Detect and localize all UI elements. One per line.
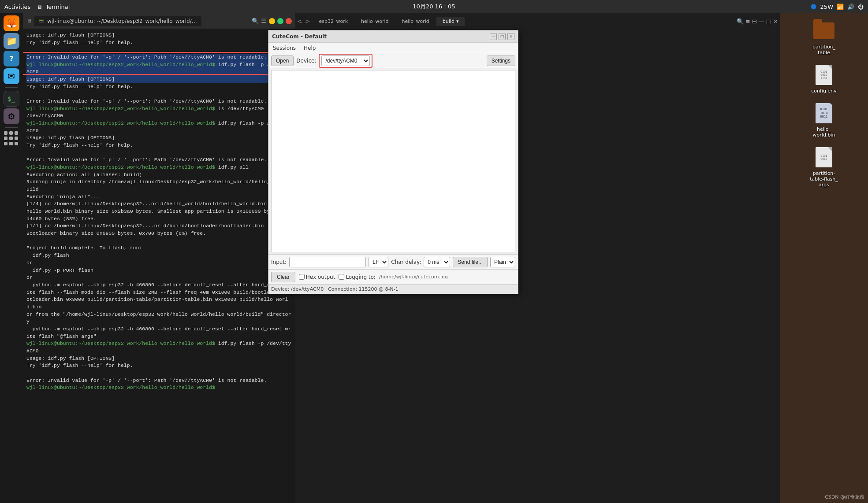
terminal-titlebar: 🖥 📟 wjl-linux@ubuntu: ~/Desktop/esp32_wo…: [23, 13, 295, 29]
tab-hello-world-2[interactable]: hello_world: [395, 17, 435, 26]
plain-select[interactable]: Plain: [490, 257, 515, 267]
cutecom-statusbar: Device: /dev/ttyACM0 Connection: 115200 …: [268, 284, 518, 294]
device-box: /dev/ttyACM0: [319, 54, 373, 68]
open-btn[interactable]: Open: [271, 55, 294, 66]
file-config-icon: 010100101101: [812, 63, 835, 86]
cutecom-menubar: Sessions Help: [268, 43, 518, 53]
hex-output-checkbox[interactable]: [299, 274, 305, 280]
dock-files[interactable]: 📁: [4, 33, 19, 49]
status-connection: Connection: 115200 @ 8-N-1: [328, 286, 399, 292]
terminal-line: Error: Invalid value for '-p' / '--port'…: [26, 54, 292, 61]
cutecom-titlebar: CuteCom - Default — □ ✕: [268, 30, 518, 43]
logging-text: Logging to:: [346, 274, 376, 280]
terminal-line: Usage: idf.py flash [OPTIONS]: [26, 32, 292, 39]
desktop: 🦊 📁 ? ✉ $_ ⚙ 🖥 📟 wjl-linux@ubuntu: ~/Des…: [0, 13, 868, 503]
tabs-nav-left[interactable]: <: [297, 18, 302, 25]
power-icon: ⏻: [858, 4, 864, 10]
tabs-layout-icon[interactable]: ⊟: [752, 18, 757, 25]
menu-sessions[interactable]: Sessions: [271, 44, 298, 52]
volume-icon: 🔊: [847, 4, 854, 10]
terminal-line: Executing action: all (aliases: build): [26, 171, 292, 179]
tabs-search-icon[interactable]: 🔍: [737, 18, 744, 25]
hex-output-label[interactable]: Hex output: [299, 274, 335, 280]
lf-select[interactable]: LF: [369, 257, 388, 267]
cutecom-min-btn[interactable]: —: [490, 33, 497, 40]
battery-label: 25W: [820, 4, 833, 10]
tabs-min-icon[interactable]: —: [759, 18, 764, 25]
wifi-icon: 📶: [837, 4, 844, 10]
hex-output-text: Hex output: [306, 274, 335, 280]
tabs-list-icon[interactable]: ≡: [745, 18, 750, 25]
tab-build-label: build: [443, 18, 454, 24]
logging-label[interactable]: Logging to:: [339, 274, 376, 280]
desktop-filename-hello-world-bin: hello_world.bin: [813, 126, 835, 138]
desktop-file-partition-table[interactable]: partition_table: [784, 18, 864, 57]
desktop-file-config-env[interactable]: 010100101101 config.env: [784, 62, 864, 96]
terminal-line: [26, 149, 292, 157]
terminal-close-btn[interactable]: [286, 18, 292, 24]
dock-terminal[interactable]: $_: [4, 91, 19, 107]
terminal-line: Error: Invalid value for '-p' / '--port'…: [26, 156, 292, 164]
terminal-line: Try 'idf.py flash --help' for help.: [26, 39, 292, 47]
dock-apps[interactable]: [4, 131, 19, 147]
terminal-line: Executing "ninja all"...: [26, 193, 292, 201]
terminal-line: wjl-linux@ubuntu:~/Desktop/esp32_work/he…: [26, 164, 292, 171]
cutecom-bottom-row: Clear Hex output Logging to: /home/wjl-l…: [268, 269, 518, 284]
cutecom-title: CuteCom - Default: [272, 33, 327, 40]
dock-mail[interactable]: ✉: [4, 68, 19, 84]
terminal-tab[interactable]: 📟 wjl-linux@ubuntu: ~/Desktop/esp32_work…: [34, 16, 201, 26]
dock-firefox[interactable]: 🦊: [4, 15, 19, 31]
terminal-line: hello_world.bin binary size 0x2b3a0 byte…: [26, 208, 292, 222]
sendfile-btn[interactable]: Send file...: [453, 257, 488, 267]
desktop-file-hello-world-bin[interactable]: 010110100011 hello_world.bin: [784, 100, 864, 140]
clear-btn[interactable]: Clear: [271, 272, 295, 282]
terminal-line: or: [26, 259, 292, 267]
tab-esp32-work[interactable]: esp32_work: [313, 17, 354, 26]
terminal-controls: 🔍 ☰: [252, 18, 292, 24]
cutecom-output[interactable]: [271, 70, 515, 252]
terminal-line: idf.py -p PORT flash: [26, 267, 292, 274]
terminal-line: Running ninja in directory /home/wjl-lin…: [26, 178, 292, 193]
dock-help[interactable]: ?: [4, 51, 19, 67]
settings-btn[interactable]: Settings: [487, 55, 515, 66]
system-bar-left: Activities 🖥 Terminal: [4, 4, 70, 10]
terminal-line: wjl-linux@ubuntu:~/Desktop/esp32_work/he…: [26, 105, 292, 113]
desktop-filename-config-env: config.env: [811, 88, 836, 94]
dock: 🦊 📁 ? ✉ $_ ⚙: [0, 13, 23, 503]
terminal-max-btn[interactable]: [277, 18, 283, 24]
desktop-filename-partition-flash-args: partition-table-flash_args: [810, 170, 838, 188]
terminal-search-btn[interactable]: 🔍: [252, 18, 258, 24]
csdn-icon: 🔵: [811, 4, 817, 10]
system-tray: 🔵 25W 📶 🔊 ⏻: [811, 4, 864, 10]
chardelay-select[interactable]: 0 ms: [424, 257, 450, 267]
tab-hello-world-1[interactable]: hello_world: [355, 17, 395, 26]
tabs-nav-right[interactable]: >: [305, 18, 310, 25]
cutecom-input-field[interactable]: [289, 257, 366, 267]
cutecom-max-btn[interactable]: □: [499, 33, 506, 40]
terminal-tab-label: wjl-linux@ubuntu: ~/Desktop/esp32_work/h…: [47, 18, 197, 24]
logging-checkbox[interactable]: [339, 274, 344, 280]
status-device: Device: /dev/ttyACM0: [271, 286, 324, 292]
activities-label[interactable]: Activities: [4, 4, 30, 10]
terminal-min-btn[interactable]: [269, 18, 275, 24]
terminal-menu-btn[interactable]: ☰: [261, 18, 267, 24]
device-select[interactable]: /dev/ttyACM0: [321, 55, 370, 66]
cutecom-toolbar: Open Device: /dev/ttyACM0 Settings: [268, 53, 518, 68]
terminal-tab-icon: 📟: [38, 18, 45, 24]
terminal-content[interactable]: Usage: idf.py flash [OPTIONS]Try 'idf.py…: [23, 29, 295, 503]
tabs-max-icon[interactable]: □: [766, 18, 771, 25]
dock-separator-2: [5, 127, 18, 128]
terminal-line: python -m esptool --chip esp32 -b 460800…: [26, 325, 292, 340]
menu-help[interactable]: Help: [302, 44, 317, 52]
tab-build[interactable]: build ▾: [436, 17, 465, 26]
cutecom-close-btn[interactable]: ✕: [507, 33, 514, 40]
terminal-line: or from the "/home/wjl-linux/Desktop/esp…: [26, 311, 292, 325]
terminal-line: [26, 370, 292, 377]
terminal-line: Error: Invalid value for '-p' / '--port'…: [26, 98, 292, 105]
watermark: CSDN @好奇龙薇: [825, 494, 864, 500]
terminal-line: Usage: idf.py flash [OPTIONS]: [26, 355, 292, 362]
terminal-window: 🖥 📟 wjl-linux@ubuntu: ~/Desktop/esp32_wo…: [23, 13, 295, 503]
desktop-file-partition-flash-args[interactable]: 01010010 partition-table-flash_args: [784, 144, 864, 189]
tabs-close-icon[interactable]: ✕: [773, 18, 778, 25]
dock-settings[interactable]: ⚙: [4, 108, 19, 124]
